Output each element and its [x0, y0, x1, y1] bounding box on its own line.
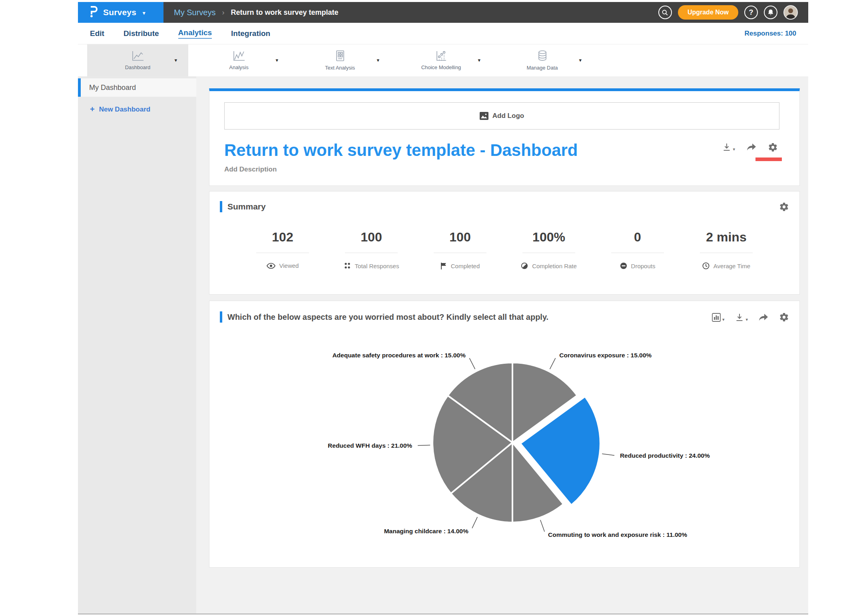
accent-bar	[220, 311, 222, 323]
help-button[interactable]: ?	[744, 6, 758, 19]
dashboard-title[interactable]: Return to work survey template - Dashboa…	[224, 141, 779, 160]
new-dashboard-button[interactable]: + New Dashboard	[78, 97, 196, 114]
summary-title: Summary	[227, 202, 266, 211]
tool-label: Manage Data	[526, 65, 558, 71]
chevron-down-icon: ▾	[722, 317, 725, 322]
pie-leader-line	[418, 445, 430, 445]
chevron-down-icon[interactable]: ▾	[174, 57, 177, 63]
breadcrumb-separator-icon: ›	[222, 8, 224, 17]
new-dashboard-label: New Dashboard	[99, 106, 150, 114]
settings-button[interactable]	[768, 142, 778, 152]
accent-bar	[220, 201, 222, 212]
stat-viewed: 102 Viewed	[238, 230, 327, 269]
notifications-button[interactable]	[764, 6, 777, 19]
tool-dashboard[interactable]: Dashboard ▾	[87, 44, 188, 76]
chart-settings-button[interactable]	[779, 312, 789, 322]
bell-icon	[767, 9, 774, 16]
analytics-toolbar: Dashboard ▾ Analysis ▾ Text Analysis ▾ C…	[78, 44, 808, 76]
chevron-down-icon[interactable]: ▾	[377, 57, 379, 63]
chevron-down-icon: ▾	[733, 147, 735, 152]
stat-value: 0	[634, 230, 641, 245]
tab-integration[interactable]: Integration	[231, 29, 270, 38]
tab-analytics[interactable]: Analytics	[178, 28, 212, 39]
gear-icon	[779, 202, 789, 212]
stat-value: 100%	[532, 230, 565, 245]
tab-edit[interactable]: Edit	[90, 29, 104, 38]
sidebar-item-my-dashboard[interactable]: My Dashboard	[78, 78, 196, 97]
help-icon: ?	[749, 8, 753, 17]
flag-icon	[440, 262, 447, 269]
pie-leader-line	[540, 520, 545, 532]
questionpro-logo	[88, 6, 98, 19]
tab-distribute[interactable]: Distribute	[124, 29, 159, 38]
stat-label-text: Average Time	[714, 263, 750, 269]
choice-modelling-icon	[435, 50, 447, 63]
stat-label-text: Total Responses	[355, 263, 399, 269]
stat-completion-rate: 100% Completion Rate	[504, 230, 593, 269]
download-icon	[722, 142, 731, 152]
sidebar-item-label: My Dashboard	[89, 84, 136, 92]
pie-label: Reduced productivity : 24.00%	[620, 452, 710, 459]
tool-choice-modelling[interactable]: Choice Modelling ▾	[391, 44, 492, 76]
avatar[interactable]	[783, 5, 798, 20]
product-label: Surveys	[103, 8, 136, 17]
add-logo-label: Add Logo	[492, 112, 524, 120]
survey-subnav: Edit Distribute Analytics Integration Re…	[78, 23, 808, 44]
stat-value: 2 mins	[706, 230, 746, 245]
search-button[interactable]	[658, 6, 672, 19]
breadcrumb-my-surveys[interactable]: My Surveys	[174, 8, 215, 17]
search-icon	[662, 9, 668, 16]
pie-leader-line	[550, 358, 556, 369]
minus-circle-icon	[620, 262, 627, 269]
image-icon	[480, 112, 488, 120]
stat-label-text: Completed	[451, 263, 480, 269]
plus-icon: +	[90, 105, 95, 114]
app-window: Surveys ▼ My Surveys › Return to work su…	[78, 2, 808, 614]
chevron-down-icon[interactable]: ▾	[478, 57, 480, 63]
pie-label: Coronavirus exposure : 15.00%	[559, 352, 652, 359]
download-button[interactable]: ▾	[722, 142, 735, 152]
upgrade-now-button[interactable]: Upgrade Now	[678, 5, 738, 20]
text-analysis-icon	[335, 50, 345, 64]
tool-manage-data[interactable]: Manage Data ▾	[492, 44, 593, 76]
chart-type-button[interactable]: ▾	[712, 313, 725, 322]
chart-share-button[interactable]	[758, 313, 769, 322]
dashboard-chart-icon	[131, 50, 145, 63]
pie-label: Adequate safety procedures at work : 15.…	[332, 352, 466, 359]
chart-type-icon	[712, 313, 721, 322]
stat-completed: 100 Completed	[416, 230, 504, 269]
stat-label-text: Viewed	[279, 262, 299, 269]
stat-total-responses: 100 Total Responses	[327, 230, 416, 269]
summary-stats: 102 Viewed 100 Total Responses	[220, 212, 789, 269]
product-menu[interactable]: Surveys ▼	[78, 2, 163, 23]
stat-value: 100	[449, 230, 470, 245]
gear-icon	[768, 142, 778, 152]
eye-icon	[267, 263, 275, 269]
analysis-chart-icon	[232, 50, 246, 63]
breadcrumb: My Surveys › Return to work survey templ…	[163, 2, 658, 23]
pie-chart: Coronavirus exposure : 15.00%Reduced pro…	[220, 323, 808, 562]
summary-card: Summary 102 Viewed	[209, 191, 800, 295]
clock-icon	[702, 262, 710, 269]
share-icon	[746, 142, 757, 152]
grid-dots-icon	[344, 262, 351, 269]
add-logo-box[interactable]: Add Logo	[224, 102, 779, 130]
question-title: Which of the below aspects are you worri…	[227, 313, 548, 322]
tool-text-analysis[interactable]: Text Analysis ▾	[289, 44, 391, 76]
chart-download-button[interactable]: ▾	[735, 313, 748, 322]
tool-analysis[interactable]: Analysis ▾	[188, 44, 289, 76]
topbar: Surveys ▼ My Surveys › Return to work su…	[78, 2, 808, 23]
summary-settings-button[interactable]	[779, 202, 789, 212]
add-description[interactable]: Add Description	[224, 165, 779, 173]
chevron-down-icon[interactable]: ▾	[275, 57, 278, 63]
pie-label: Commuting to work and exposure risk : 11…	[548, 531, 687, 538]
stat-label-text: Completion Rate	[532, 263, 577, 269]
pie-leader-line	[472, 517, 477, 528]
stat-average-time: 2 mins Average Time	[682, 230, 771, 269]
share-button[interactable]	[746, 142, 757, 152]
tool-label: Dashboard	[125, 64, 151, 70]
stat-dropouts: 0 Dropouts	[593, 230, 682, 269]
chevron-down-icon[interactable]: ▾	[579, 57, 582, 63]
share-icon	[758, 313, 769, 322]
stat-value: 102	[272, 230, 293, 245]
